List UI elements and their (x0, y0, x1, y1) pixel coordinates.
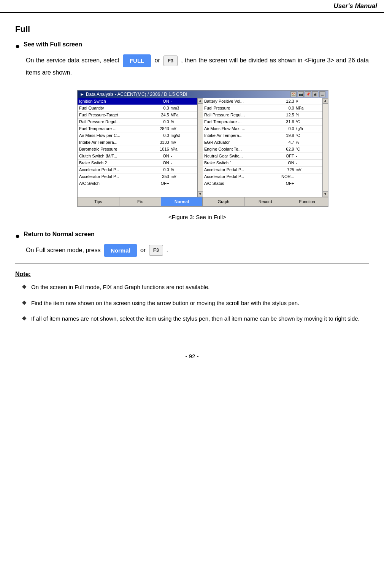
da-btn-fix[interactable]: Fix (119, 197, 161, 206)
para2-text: On Full screen mode, press (26, 247, 102, 253)
note-bullet-dot-3: ◆ (22, 315, 27, 321)
da-left-row-7[interactable]: Barometric Pressure1016hPa (78, 146, 197, 153)
da-scroll-down-right[interactable]: ▼ (323, 192, 328, 197)
da-arrow: ► (80, 92, 84, 97)
da-btn-record[interactable]: Record (244, 197, 286, 206)
da-titlebar: ► Data Analysis - ACCENT(MC) / 2006 / D … (78, 91, 328, 98)
da-icon-home[interactable]: 🏠 (290, 91, 297, 97)
da-right-row-2[interactable]: Rail Pressure Regul...12.5% (203, 112, 322, 119)
bullet-2-paragraph: On Full screen mode, press Normal or F3 … (26, 244, 369, 257)
da-right-col: Battery Positive Vol...12.3V Fuel Pressu… (203, 98, 322, 197)
da-right-row-9[interactable]: Brake Switch 1ON- (203, 160, 322, 167)
da-right-row-1[interactable]: Fuel Pressure0.0MPa (203, 105, 322, 112)
da-left-row-9[interactable]: Brake Switch 2ON- (78, 160, 197, 167)
da-icon-pin[interactable]: 📌 (305, 91, 311, 97)
page-footer: - 92 - (0, 349, 384, 362)
da-left-row-10[interactable]: Accelerator Pedal P...0.0% (78, 167, 197, 173)
da-titlebar-left: ► Data Analysis - ACCENT(MC) / 2006 / D … (80, 92, 187, 97)
da-right-row-10[interactable]: Accelerator Pedal P...725mV (203, 167, 322, 173)
para2-period: . (166, 247, 168, 253)
bullet-dot-2: ● (15, 232, 20, 240)
section-title: Full (15, 24, 369, 34)
para1-text: On the service data screen, select (26, 57, 121, 64)
note-item-3-text: If all of item names are not shown, sele… (31, 314, 369, 324)
da-left-row-1[interactable]: Fuel Quantity0.0mm3 (78, 105, 197, 112)
note-item-1: ◆ On the screen in Full mode, FIX and Gr… (22, 282, 369, 292)
bullet-2: ● Return to Normal screen (15, 231, 369, 240)
bullet-1-paragraph: On the service data screen, select FULL … (26, 54, 369, 78)
note-title: Note: (15, 271, 369, 278)
section-divider (15, 264, 369, 264)
da-right-row-4[interactable]: Air Mass Flow Max. ...0.0kg/h (203, 126, 322, 132)
da-scroll-up-right[interactable]: ▲ (323, 98, 328, 103)
full-button[interactable]: FULL (123, 54, 151, 67)
figure-3-container: ► Data Analysis - ACCENT(MC) / 2006 / D … (26, 83, 369, 227)
manual-title: User's Manual (333, 2, 377, 10)
da-left-row-12[interactable]: A/C SwitchOFF- (78, 180, 197, 187)
da-left-row-11[interactable]: Accelerator Pedal P...353mV (78, 173, 197, 180)
para1-or: or (154, 57, 162, 64)
da-right-row-8[interactable]: Neutral Gear Switc...OFF- (203, 153, 322, 160)
note-bullet-dot-1: ◆ (22, 283, 27, 290)
da-footer: Tips Fix Normal Graph Record Function (78, 197, 328, 206)
da-left-row-3[interactable]: Rail Pressure Regul...0.0% (78, 119, 197, 126)
da-scroll-down-left[interactable]: ▼ (198, 192, 203, 197)
da-right-row-5[interactable]: Intake Air Tempera...19.8°C (203, 132, 322, 139)
da-btn-normal[interactable]: Normal (161, 197, 203, 206)
da-right-row-12[interactable]: A/C StatusOFF- (203, 180, 322, 187)
page-number: - 92 - (185, 353, 198, 359)
da-left-row-8[interactable]: Clutch Switch (M/T...ON- (78, 153, 197, 160)
da-right-scrollbar: ▲ ▼ (322, 98, 328, 197)
da-right-row-3[interactable]: Fuel Temperature ...31.6°C (203, 119, 322, 126)
main-content: Full ● See with Full screen On the servi… (0, 13, 384, 337)
bullet-dot-1: ● (15, 42, 20, 51)
da-left-row-2[interactable]: Fuel Pressure-Target24.5MPa (78, 112, 197, 119)
bullet-1-label: See with Full screen (24, 41, 82, 48)
note-item-1-text: On the screen in Full mode, FIX and Grap… (31, 282, 369, 292)
da-right-row-11[interactable]: Accelerator Pedal P...NOR...- (203, 173, 322, 180)
da-scroll-up-left[interactable]: ▲ (198, 98, 203, 103)
da-title: Data Analysis - ACCENT(MC) / 2006 / D 1.… (86, 92, 187, 97)
da-icon-camera[interactable]: 📷 (298, 91, 304, 97)
da-icon-print[interactable]: 🖨 (312, 91, 318, 97)
note-item-2-text: Find the item now shown on the screen us… (31, 298, 369, 308)
note-item-3: ◆ If all of item names are not shown, se… (22, 314, 369, 324)
da-titlebar-icons: 🏠 📷 📌 🖨 ☰ (290, 91, 325, 97)
figure-3-window: ► Data Analysis - ACCENT(MC) / 2006 / D … (77, 90, 328, 207)
f3-key-1: F3 (163, 56, 178, 66)
f3-key-2: F3 (149, 245, 163, 256)
figure-caption: <Figure 3: See in Full> (168, 214, 226, 220)
da-body: Ignition Switch ON - Fuel Quantity0.0mm3… (78, 98, 328, 197)
da-icon-menu[interactable]: ☰ (319, 91, 325, 97)
bullet-2-label: Return to Normal screen (24, 231, 95, 238)
da-btn-function[interactable]: Function (286, 197, 328, 206)
page-header: User's Manual (0, 0, 384, 13)
da-scroll-track-left (198, 103, 203, 192)
da-left-col: Ignition Switch ON - Fuel Quantity0.0mm3… (78, 98, 197, 197)
da-right-row-7[interactable]: Engine Coolant Te...62.9°C (203, 146, 322, 153)
normal-button[interactable]: Normal (104, 244, 137, 257)
da-right-row-0[interactable]: Battery Positive Vol...12.3V (203, 98, 322, 105)
da-btn-tips[interactable]: Tips (78, 197, 119, 206)
da-left-scrollbar: ▲ ▼ (197, 98, 203, 197)
da-left-row-4[interactable]: Fuel Temperature ...2843mV (78, 126, 197, 132)
da-left-row-5[interactable]: Air Mass Flow per C...0.0mg/st (78, 132, 197, 139)
da-btn-graph[interactable]: Graph (203, 197, 244, 206)
note-bullet-dot-2: ◆ (22, 299, 27, 306)
para2-or: or (140, 247, 148, 253)
da-right-row-6[interactable]: EGR Actuator4.7% (203, 139, 322, 146)
da-left-row-6[interactable]: Intake Air Tempera...3333mV (78, 139, 197, 146)
bullet-1: ● See with Full screen (15, 41, 369, 51)
data-analysis-window: ► Data Analysis - ACCENT(MC) / 2006 / D … (77, 90, 328, 207)
note-item-2: ◆ Find the item now shown on the screen … (22, 298, 369, 308)
da-left-row-0[interactable]: Ignition Switch ON - (78, 98, 197, 105)
da-scroll-track-right (323, 103, 328, 192)
note-section: Note: ◆ On the screen in Full mode, FIX … (15, 271, 369, 324)
